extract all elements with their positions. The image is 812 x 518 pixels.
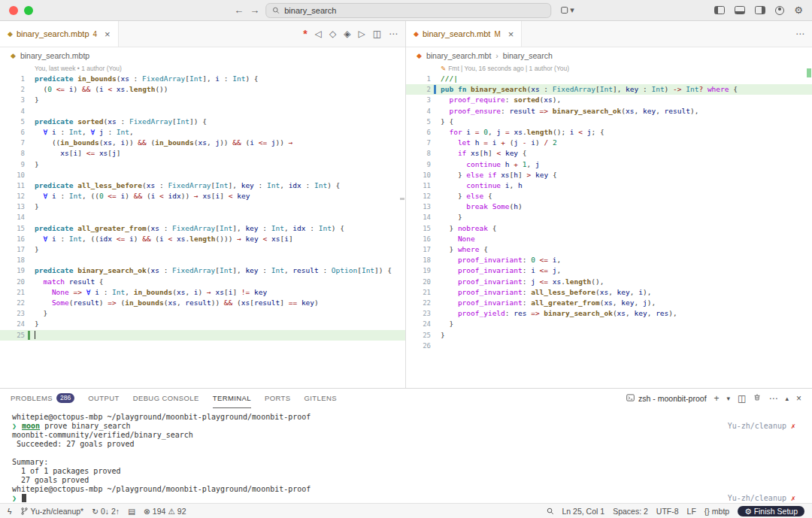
code-line-3[interactable]: 3 proof_require: sorted(xs), bbox=[406, 95, 812, 105]
code-line-21[interactable]: 21 None => ∀ i : Int, in_bounds(xs, i) →… bbox=[0, 287, 405, 298]
code-line-12[interactable]: 12 ∀ i : Int, ((0 <= i) && (i < idx)) → … bbox=[0, 191, 405, 201]
statusbar-finish-setup[interactable]: ⚙Finish Setup bbox=[738, 506, 804, 516]
maximize-panel-icon[interactable]: ▴ bbox=[785, 395, 789, 402]
code-line-13[interactable]: 13 break Some(h) bbox=[406, 201, 812, 212]
prove-icon[interactable]: * bbox=[303, 28, 307, 40]
prev-check-icon[interactable]: ◁ bbox=[315, 29, 322, 39]
code-line-16[interactable]: 16 ∀ i : Int, ((idx <= i) && (i < xs.len… bbox=[0, 234, 405, 244]
right-code-editor[interactable]: ✎Fmt | You, 16 seconds ago | 1 author (Y… bbox=[406, 64, 812, 388]
panel-tab-debug-console[interactable]: DEBUG CONSOLE bbox=[133, 389, 199, 408]
breadcrumb-item-file[interactable]: binary_search.mbtp bbox=[20, 51, 89, 60]
code-line-9[interactable]: 9} bbox=[0, 159, 405, 170]
code-line-8[interactable]: 8 xs[i] <= xs[j] bbox=[0, 148, 405, 159]
breadcrumb-item-file[interactable]: binary_search.mbt bbox=[426, 51, 491, 60]
more-actions-icon[interactable]: ⋯ bbox=[795, 29, 804, 39]
close-tab-icon[interactable]: × bbox=[105, 29, 111, 40]
code-line-3[interactable]: 3} bbox=[0, 95, 405, 105]
statusbar-git-sync[interactable]: ↻0↓ 2↑ bbox=[92, 507, 120, 516]
statusbar-zoom[interactable] bbox=[547, 507, 554, 515]
code-line-25[interactable]: 25 bbox=[0, 330, 405, 341]
code-line-5[interactable]: 5} { bbox=[406, 117, 812, 127]
close-panel-icon[interactable]: × bbox=[796, 393, 801, 404]
copilot-button[interactable]: ▾ bbox=[557, 3, 578, 17]
panel-tab-gitlens[interactable]: GITLENS bbox=[304, 389, 337, 408]
forward-icon[interactable]: → bbox=[250, 5, 259, 16]
statusbar-problems[interactable]: ⊗194⚠92 bbox=[144, 507, 186, 516]
settings-gear-icon[interactable]: ⚙ bbox=[794, 5, 803, 16]
tab-binary_search-mbt[interactable]: ◆ binary_search.mbt M × bbox=[406, 21, 522, 47]
code-line-12[interactable]: 12 } else { bbox=[406, 191, 812, 201]
statusbar-cursor-position[interactable]: Ln 25, Col 1 bbox=[562, 507, 605, 516]
command-center-search[interactable]: binary_search bbox=[265, 3, 551, 18]
code-line-23[interactable]: 23 } bbox=[0, 308, 405, 319]
code-line-5[interactable]: 5predicate sorted(xs : FixedArray[Int]) … bbox=[0, 117, 405, 127]
trash-icon[interactable] bbox=[753, 393, 761, 404]
code-line-4[interactable]: 4 proof_ensure: result => binary_search_… bbox=[406, 106, 812, 117]
code-line-17[interactable]: 17} bbox=[0, 244, 405, 255]
code-line-22[interactable]: 22 proof_invariant: all_greater_from(xs,… bbox=[406, 298, 812, 308]
code-line-8[interactable]: 8 if xs[h] < key { bbox=[406, 148, 812, 159]
code-line-10[interactable]: 10 } else if xs[h] > key { bbox=[406, 170, 812, 180]
code-line-2[interactable]: 2pub fn binary_search(xs : FixedArray[In… bbox=[406, 84, 812, 95]
code-line-1[interactable]: 1///| bbox=[406, 74, 812, 84]
code-line-13[interactable]: 13} bbox=[0, 201, 405, 212]
new-terminal-button[interactable]: + bbox=[714, 393, 720, 404]
code-line-10[interactable]: 10 bbox=[0, 170, 405, 180]
more-actions-icon[interactable]: ⋯ bbox=[389, 29, 398, 39]
code-line-15[interactable]: 15 } nobreak { bbox=[406, 223, 812, 234]
panel-tab-terminal[interactable]: TERMINAL bbox=[213, 389, 251, 408]
breadcrumb-item-symbol[interactable]: binary_search bbox=[503, 51, 553, 60]
panel-tab-ports[interactable]: PORTS bbox=[265, 389, 291, 408]
code-line-24[interactable]: 24 } bbox=[406, 319, 812, 329]
overview-ruler[interactable] bbox=[398, 64, 404, 388]
code-line-20[interactable]: 20 match result { bbox=[0, 277, 405, 287]
code-line-18[interactable]: 18 bbox=[0, 255, 405, 265]
code-line-11[interactable]: 11predicate all_less_before(xs : FixedAr… bbox=[0, 180, 405, 191]
run-icon[interactable]: ▷ bbox=[358, 29, 365, 39]
code-line-7[interactable]: 7 ((in_bounds(xs, i)) && (in_bounds(xs, … bbox=[0, 138, 405, 148]
toggle-panel-icon[interactable] bbox=[735, 6, 745, 14]
code-line-21[interactable]: 21 proof_invariant: all_less_before(xs, … bbox=[406, 287, 812, 298]
code-line-14[interactable]: 14 } bbox=[406, 212, 812, 223]
account-icon[interactable] bbox=[775, 6, 784, 15]
statusbar-remote[interactable]: ϟ bbox=[8, 507, 12, 516]
code-line-22[interactable]: 22 Some(result) => (in_bounds(xs, result… bbox=[0, 298, 405, 308]
code-line-25[interactable]: 25} bbox=[406, 330, 812, 341]
code-line-6[interactable]: 6 ∀ i : Int, ∀ j : Int, bbox=[0, 127, 405, 138]
statusbar-git-branch[interactable]: Yu-zh/cleanup* bbox=[20, 507, 84, 516]
code-line-1[interactable]: 1predicate in_bounds(xs : FixedArray[Int… bbox=[0, 74, 405, 84]
code-line-19[interactable]: 19predicate binary_search_ok(xs : FixedA… bbox=[0, 265, 405, 276]
toggle-secondary-sidebar-icon[interactable] bbox=[755, 6, 765, 14]
zoom-window-button[interactable] bbox=[24, 6, 33, 15]
code-line-26[interactable]: 26 bbox=[406, 341, 812, 351]
terminal-output[interactable]: whitepie@octopus-mbp ~/playground/moonbi… bbox=[0, 408, 812, 503]
back-icon[interactable]: ← bbox=[234, 5, 244, 16]
code-line-20[interactable]: 20 proof_invariant: j <= xs.length(), bbox=[406, 277, 812, 287]
split-editor-icon[interactable]: ◫ bbox=[373, 29, 381, 39]
statusbar-encoding[interactable]: UTF-8 bbox=[656, 507, 679, 516]
code-line-2[interactable]: 2 (0 <= i) && (i < xs.length()) bbox=[0, 84, 405, 95]
code-line-11[interactable]: 11 continue i, h bbox=[406, 180, 812, 191]
split-terminal-icon[interactable]: ◫ bbox=[738, 393, 746, 404]
code-line-16[interactable]: 16 None bbox=[406, 234, 812, 244]
terminal-dropdown-icon[interactable]: ▾ bbox=[727, 395, 731, 402]
statusbar-language-mode[interactable]: {}mbtp bbox=[704, 507, 729, 516]
left-code-editor[interactable]: You, last week • 1 author (You)1predicat… bbox=[0, 64, 405, 388]
panel-tab-output[interactable]: OUTPUT bbox=[88, 389, 119, 408]
statusbar-editor-layout[interactable]: ▤ bbox=[128, 507, 135, 516]
statusbar-indentation[interactable]: Spaces: 2 bbox=[613, 507, 648, 516]
code-line-23[interactable]: 23 proof_yield: res => binary_search_ok(… bbox=[406, 308, 812, 319]
diamond-filled-icon[interactable]: ◈ bbox=[344, 29, 350, 39]
code-line-24[interactable]: 24} bbox=[0, 319, 405, 329]
codelens-blame[interactable]: ✎Fmt | You, 16 seconds ago | 1 author (Y… bbox=[406, 64, 812, 74]
code-line-14[interactable]: 14 bbox=[0, 212, 405, 223]
blame-annotation[interactable]: You, last week • 1 author (You) bbox=[0, 64, 405, 74]
code-line-17[interactable]: 17 } where { bbox=[406, 244, 812, 255]
more-actions-icon[interactable]: ⋯ bbox=[768, 393, 777, 404]
code-line-9[interactable]: 9 continue h + 1, j bbox=[406, 159, 812, 170]
terminal-select[interactable]: zsh - moonbit-proof bbox=[626, 394, 706, 403]
close-tab-icon[interactable]: × bbox=[508, 29, 514, 40]
statusbar-eol[interactable]: LF bbox=[687, 507, 696, 516]
toggle-primary-sidebar-icon[interactable] bbox=[714, 6, 725, 14]
code-line-7[interactable]: 7 let h = i + (j - i) / 2 bbox=[406, 138, 812, 148]
